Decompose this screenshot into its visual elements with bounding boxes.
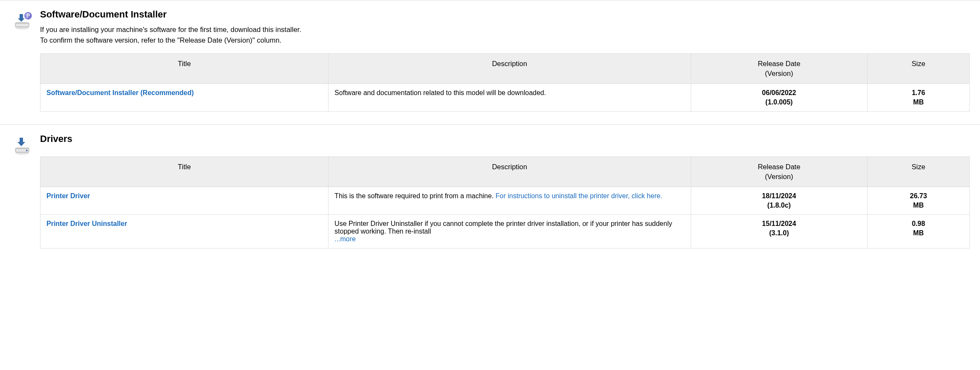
col-title-header: Title xyxy=(40,53,329,84)
software-table: Title Description Release Date (Version)… xyxy=(40,53,970,112)
intro-text: If you are installing your machine's sof… xyxy=(40,24,970,46)
table-row: Printer Driver Uninstaller Use Printer D… xyxy=(40,214,970,248)
drivers-table: Title Description Release Date (Version)… xyxy=(40,156,970,249)
col-desc-header: Description xyxy=(329,156,691,187)
col-title-header: Title xyxy=(40,156,329,187)
download-link[interactable]: Printer Driver Uninstaller xyxy=(46,220,127,227)
date-cell: 15/11/2024 (3.1.0) xyxy=(691,214,867,248)
svg-point-9 xyxy=(26,150,28,151)
table-row: Software/Document Installer (Recommended… xyxy=(40,84,970,111)
size-cell: 0.98 MB xyxy=(868,214,970,248)
col-size-header: Size xyxy=(868,53,970,84)
description-cell: Software and documentation related to th… xyxy=(329,84,691,111)
size-cell: 1.76 MB xyxy=(868,84,970,111)
table-row: Printer Driver This is the software requ… xyxy=(40,187,970,214)
col-size-header: Size xyxy=(868,156,970,187)
svg-rect-2 xyxy=(15,23,29,24)
col-desc-header: Description xyxy=(329,53,691,84)
description-cell: This is the software required to print f… xyxy=(329,187,691,214)
svg-text:P: P xyxy=(26,13,30,19)
download-link[interactable]: Printer Driver xyxy=(46,192,90,199)
drivers-section: Drivers Title Description Release Date (… xyxy=(0,124,980,261)
description-cell: Use Printer Driver Uninstaller if you ca… xyxy=(329,214,691,248)
date-cell: 18/11/2024 (1.8.0c) xyxy=(691,187,867,214)
section-heading: Software/Document Installer xyxy=(40,9,970,20)
drivers-icon xyxy=(12,135,32,156)
col-date-header: Release Date (Version) xyxy=(691,53,867,84)
software-installer-icon: P xyxy=(12,11,32,31)
col-date-header: Release Date (Version) xyxy=(691,156,867,187)
more-link[interactable]: ...more xyxy=(334,235,356,243)
svg-rect-8 xyxy=(15,148,29,149)
software-installer-section: P Software/Document Installer If you are… xyxy=(0,0,980,124)
uninstall-instructions-link[interactable]: For instructions to uninstall the printe… xyxy=(496,192,662,199)
section-heading: Drivers xyxy=(40,133,970,145)
size-cell: 26.73 MB xyxy=(868,187,970,214)
date-cell: 06/06/2022 (1.0.005) xyxy=(691,84,867,111)
download-link[interactable]: Software/Document Installer (Recommended… xyxy=(46,89,194,96)
